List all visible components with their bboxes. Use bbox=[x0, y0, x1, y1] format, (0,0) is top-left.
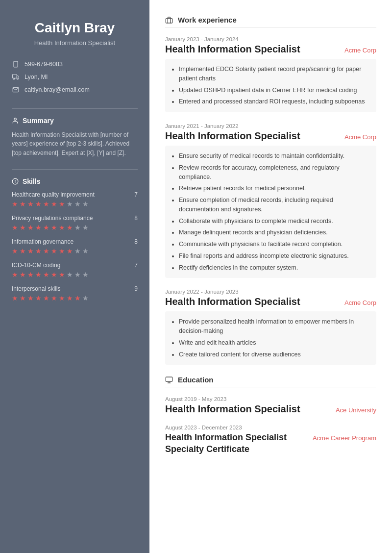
star-empty: ★ bbox=[67, 200, 73, 208]
divider-skills bbox=[12, 169, 138, 170]
contact-email: caitlyn.bray@email.com bbox=[12, 86, 138, 94]
entry-date: January 2023 - January 2024 bbox=[165, 36, 376, 42]
entry-title: Health Information Specialist bbox=[165, 296, 300, 307]
star-filled: ★ bbox=[12, 294, 18, 302]
edu-school: Acme Career Program bbox=[313, 434, 376, 442]
entry-company: Acme Corp bbox=[344, 133, 376, 141]
contact-phone: 599-679-6083 bbox=[12, 60, 138, 68]
bullet-item: Communicate with physicians to facilitat… bbox=[179, 240, 368, 249]
summary-text: Health Information Specialist with [numb… bbox=[12, 130, 138, 158]
star-filled: ★ bbox=[51, 247, 57, 255]
edu-title: Health Information Specialist bbox=[165, 403, 300, 415]
star-empty: ★ bbox=[82, 200, 89, 208]
star-filled: ★ bbox=[43, 294, 49, 302]
svg-rect-2 bbox=[13, 74, 17, 78]
work-entry: January 2023 - January 2024Health Inform… bbox=[165, 36, 376, 112]
star-filled: ★ bbox=[20, 200, 26, 208]
entry-header: Health Information SpecialistAcme Corp bbox=[165, 44, 376, 55]
star-filled: ★ bbox=[59, 200, 65, 208]
bullet-item: Ensure security of medical records to ma… bbox=[179, 151, 368, 161]
bullet-item: Entered and processed standard ROI reque… bbox=[179, 97, 368, 106]
skill-stars: ★★★★★★★★★★ bbox=[12, 294, 138, 302]
star-filled: ★ bbox=[59, 247, 65, 255]
star-filled: ★ bbox=[43, 247, 49, 255]
star-filled: ★ bbox=[20, 271, 26, 278]
bullet-item: Create tailored content for diverse audi… bbox=[179, 350, 368, 359]
skill-name: ICD-10-CM coding bbox=[12, 262, 60, 269]
star-empty: ★ bbox=[82, 247, 89, 255]
star-empty: ★ bbox=[74, 271, 81, 278]
bullet-item: Write and edit health articles bbox=[179, 338, 368, 348]
star-filled: ★ bbox=[59, 294, 65, 302]
phone-icon bbox=[12, 60, 20, 68]
star-filled: ★ bbox=[27, 271, 34, 278]
skill-score: 7 bbox=[134, 262, 138, 269]
edu-entry: August 2023 - December 2023Health Inform… bbox=[165, 425, 376, 455]
work-experience-title: Work experience bbox=[178, 16, 237, 24]
star-filled: ★ bbox=[43, 224, 49, 231]
entry-header: Health Information SpecialistAcme Corp bbox=[165, 296, 376, 307]
bullet-item: Retrieve patient records for medical per… bbox=[179, 184, 368, 193]
skill-score: 8 bbox=[134, 215, 138, 222]
star-filled: ★ bbox=[12, 200, 18, 208]
skill-name: Healthcare quality improvement bbox=[12, 191, 95, 198]
entry-company: Acme Corp bbox=[344, 47, 376, 54]
candidate-title: Health Information Specialist bbox=[12, 39, 138, 47]
star-filled: ★ bbox=[51, 271, 57, 278]
star-empty: ★ bbox=[82, 294, 89, 302]
education-header: Education bbox=[165, 376, 376, 384]
bullet-item: Provide personalized health information … bbox=[179, 317, 368, 336]
skills-icon bbox=[12, 178, 19, 185]
star-filled: ★ bbox=[20, 294, 26, 302]
work-entry: January 2021 - January 2022Health Inform… bbox=[165, 123, 376, 278]
star-empty: ★ bbox=[82, 224, 89, 231]
entry-header: Health Information SpecialistAcme Corp bbox=[165, 130, 376, 142]
edu-title: Health Information SpecialistSpecialty C… bbox=[165, 432, 287, 455]
star-empty: ★ bbox=[67, 271, 73, 278]
star-filled: ★ bbox=[27, 247, 34, 255]
star-filled: ★ bbox=[12, 271, 18, 278]
main-content: Work experience January 2023 - January 2… bbox=[149, 0, 392, 553]
education-title: Education bbox=[178, 376, 214, 384]
contact-location: Lyon, MI bbox=[12, 73, 138, 81]
skill-name: Information governance bbox=[12, 238, 74, 245]
star-filled: ★ bbox=[35, 224, 42, 231]
skill-stars: ★★★★★★★★★★ bbox=[12, 271, 138, 278]
entry-bullets: Ensure security of medical records to ma… bbox=[165, 146, 376, 278]
entry-company: Acme Corp bbox=[344, 299, 376, 306]
edu-entry-header: Health Information SpecialistSpecialty C… bbox=[165, 432, 376, 455]
sidebar: Caitlyn Bray Health Information Speciali… bbox=[0, 0, 149, 553]
location-icon bbox=[12, 73, 20, 81]
star-filled: ★ bbox=[35, 247, 42, 255]
edu-school: Ace University bbox=[336, 406, 376, 414]
star-empty: ★ bbox=[74, 200, 81, 208]
summary-section-title: Summary bbox=[12, 117, 138, 125]
edu-entry-header: Health Information SpecialistAce Univers… bbox=[165, 403, 376, 415]
skill-stars: ★★★★★★★★★★ bbox=[12, 224, 138, 231]
skill-score: 9 bbox=[134, 285, 138, 292]
skill-stars: ★★★★★★★★★★ bbox=[12, 247, 138, 255]
star-empty: ★ bbox=[74, 247, 81, 255]
skills-list: Healthcare quality improvement7★★★★★★★★★… bbox=[12, 191, 138, 302]
entry-title: Health Information Specialist bbox=[165, 44, 300, 55]
work-experience-header: Work experience bbox=[165, 16, 376, 24]
work-entry: January 2022 - January 2023Health Inform… bbox=[165, 289, 376, 365]
star-filled: ★ bbox=[35, 294, 42, 302]
person-icon bbox=[12, 117, 19, 124]
skill-item: ICD-10-CM coding7★★★★★★★★★★ bbox=[12, 262, 138, 278]
svg-marker-3 bbox=[17, 75, 19, 78]
star-filled: ★ bbox=[27, 200, 34, 208]
star-filled: ★ bbox=[59, 271, 65, 278]
skill-name: Interpersonal skills bbox=[12, 285, 60, 292]
bullet-item: Ensure completion of medical records, in… bbox=[179, 196, 368, 214]
skill-item: Privacy regulations compliance8★★★★★★★★★… bbox=[12, 215, 138, 231]
star-filled: ★ bbox=[27, 224, 34, 231]
svg-point-4 bbox=[13, 78, 15, 79]
star-filled: ★ bbox=[67, 294, 73, 302]
contact-list: 599-679-6083 Lyon, MI caitlyn.bray@ema bbox=[12, 60, 138, 94]
entry-date: January 2021 - January 2022 bbox=[165, 123, 376, 129]
star-filled: ★ bbox=[51, 224, 57, 231]
star-filled: ★ bbox=[74, 294, 81, 302]
bullet-item: Manage delinquent records and physician … bbox=[179, 228, 368, 237]
star-filled: ★ bbox=[51, 200, 57, 208]
